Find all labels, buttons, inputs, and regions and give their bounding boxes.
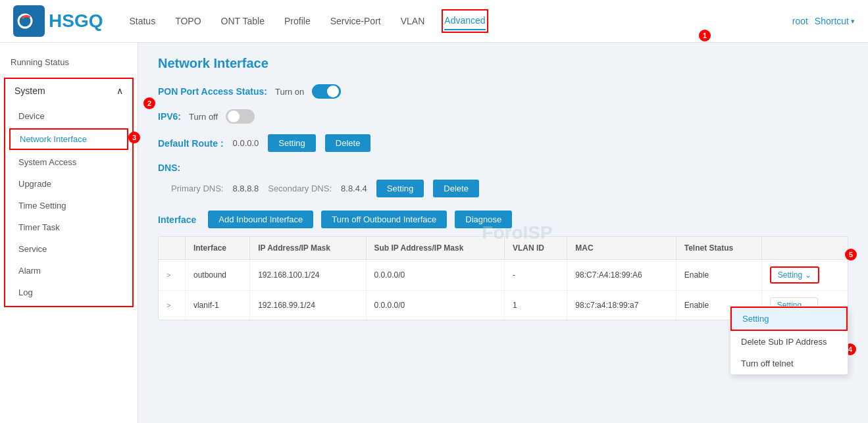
layout: Running Status System ∧ Device Network I… [0,43,868,423]
default-route-setting-button[interactable]: Setting [268,134,315,152]
interface-header: Interface Add Inbound Interface Turn off… [158,211,848,228]
primary-dns-value: 8.8.8.8 [232,184,259,193]
shortcut-label: Shortcut [815,16,849,26]
sidebar-system-label: System [14,86,45,96]
col-telnet: Telnet Status [676,237,761,260]
default-route-label: Default Route : [158,138,224,149]
pon-port-toggle[interactable] [312,84,341,99]
dropdown-item-delete-sub-ip[interactable]: Delete Sub IP Address [730,331,848,353]
table-header-row: Interface IP Address/IP Mask Sub IP Addr… [159,237,848,260]
ipv6-value: Turn off [189,112,218,122]
sidebar-item-log[interactable]: Log [5,282,132,303]
badge-3: 3 [138,132,140,143]
row2-vlan-id: 1 [504,291,567,320]
ipv6-toggle-knob [228,111,240,122]
row1-sub-ip-mask: 0.0.0.0/0 [366,260,504,291]
table-row: > outbound 192.168.100.1/24 0.0.0.0/0 - … [159,260,848,291]
sidebar-item-alarm[interactable]: Alarm [5,260,132,282]
logo: HSGQ [13,5,103,37]
pon-port-value: Turn on [275,87,304,97]
sidebar: Running Status System ∧ Device Network I… [0,43,138,423]
row1-vlan-id: - [504,260,567,291]
nav-profile[interactable]: Profile [284,12,311,30]
badge-3-container: 3 [138,132,140,143]
dns-section: DNS: Primary DNS: 8.8.8.8 Secondary DNS:… [158,162,848,197]
row1-telnet: Enable [676,260,761,291]
col-mac: MAC [567,237,676,260]
sidebar-item-upgrade[interactable]: Upgrade [5,173,132,195]
row1-interface: outbound [185,260,249,291]
turn-off-outbound-button[interactable]: Turn off Outbound Interface [321,211,447,228]
sidebar-item-time-setting[interactable]: Time Setting [5,195,132,216]
secondary-dns-label: Secondary DNS: [268,184,332,193]
col-sub-ip-mask: Sub IP Address/IP Mask [366,237,504,260]
shortcut-button[interactable]: Shortcut ▾ [815,16,855,26]
header: HSGQ Status TOPO ONT Table Profile Servi… [0,0,868,43]
dropdown-item-setting[interactable]: Setting [730,307,848,331]
row2-mac: 98:c7:a4:18:99:a7 [567,291,676,320]
sidebar-item-timer-task[interactable]: Timer Task [5,216,132,238]
row2-ip-mask: 192.168.99.1/24 [250,291,366,320]
nav-topo[interactable]: TOPO [175,12,201,30]
badge-2-container: 2 [143,97,155,109]
diagnose-button[interactable]: Diagnose [455,211,512,228]
row1-action[interactable]: Setting ⌄ [761,260,848,291]
col-interface: Interface [185,237,249,260]
nav-ont-table[interactable]: ONT Table [221,12,265,30]
logo-text: HSGQ [49,11,103,32]
sidebar-system-items: Device Network Interface System Access U… [5,103,132,306]
col-action [761,237,848,260]
user-button[interactable]: root [792,16,808,26]
sidebar-item-system-access[interactable]: System Access [5,151,132,173]
col-vlan-id: VLAN ID [504,237,567,260]
sidebar-item-running-status[interactable]: Running Status [0,49,138,75]
row2-expand[interactable]: > [159,291,185,320]
dns-delete-button[interactable]: Delete [433,180,479,197]
row1-setting-dropdown[interactable]: Setting ⌄ [770,266,819,284]
sidebar-system-chevron-icon: ∧ [116,86,123,96]
dns-setting-button[interactable]: Setting [376,180,424,197]
pon-port-row: PON Port Access Status: Turn on [158,84,848,99]
pon-port-label: PON Port Access Status: [158,86,267,97]
sidebar-system-group: System ∧ Device Network Interface System… [4,78,134,307]
row1-setting-label: Setting [778,270,802,280]
sidebar-item-device[interactable]: Device [5,105,132,127]
expand-arrow-icon: > [166,301,170,309]
sidebar-item-service[interactable]: Service [5,238,132,260]
ipv6-label: IPV6: [158,111,181,122]
badge-5: 5 [845,249,857,261]
primary-dns-label: Primary DNS: [171,184,223,193]
header-right: root Shortcut ▾ [792,16,855,26]
nav-vlan[interactable]: VLAN [401,12,425,30]
badge-5-container: 5 [845,249,857,261]
ipv6-toggle[interactable] [226,109,255,124]
sidebar-item-network-interface[interactable]: Network Interface [9,128,128,150]
row2-interface: vlanif-1 [185,291,249,320]
setting-dropdown-menu: Setting Delete Sub IP Address Turn off t… [730,306,848,375]
add-inbound-button[interactable]: Add Inbound Interface [208,211,313,228]
expand-arrow-icon: > [166,271,170,279]
default-route-delete-button[interactable]: Delete [325,134,371,152]
row1-expand[interactable]: > [159,260,185,291]
dropdown-item-turn-off-telnet[interactable]: Turn off telnet [730,353,848,374]
sidebar-system-header[interactable]: System ∧ [5,79,132,103]
page-title: Network Interface [158,56,848,71]
nav-status[interactable]: Status [129,12,155,30]
shortcut-chevron-icon: ▾ [851,17,855,26]
default-route-value: 0.0.0.0 [233,138,259,148]
interface-section: Interface Add Inbound Interface Turn off… [158,211,848,320]
default-route-row: Default Route : 0.0.0.0 Setting Delete [158,134,848,152]
row1-ip-mask: 192.168.100.1/24 [250,260,366,291]
dns-title: DNS: [158,162,848,173]
col-expand [159,237,185,260]
nav-advanced[interactable]: Advanced [444,12,485,30]
row1-mac: 98:C7:A4:18:99:A6 [567,260,676,291]
ipv6-row: IPV6: Turn off [158,109,848,124]
nav-service-port[interactable]: Service-Port [330,12,381,30]
main-nav: Status TOPO ONT Table Profile Service-Po… [129,12,792,30]
logo-icon [13,5,45,37]
row2-sub-ip-mask: 0.0.0.0/0 [366,291,504,320]
interface-title: Interface [158,214,196,225]
badge-2: 2 [143,97,155,109]
dns-row: Primary DNS: 8.8.8.8 Secondary DNS: 8.8.… [158,180,848,197]
